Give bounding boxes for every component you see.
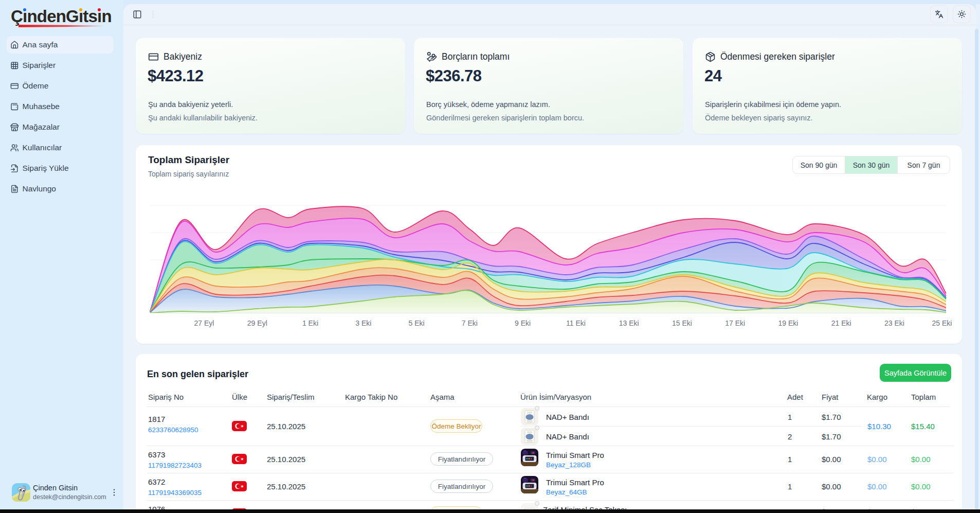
- svg-text:1 Eki: 1 Eki: [302, 319, 318, 327]
- svg-text:17 Eki: 17 Eki: [725, 319, 745, 327]
- svg-text:23 Eki: 23 Eki: [884, 319, 904, 327]
- svg-text:19 Eki: 19 Eki: [778, 319, 798, 327]
- svg-text:15 Eki: 15 Eki: [672, 319, 692, 327]
- svg-text:25 Eki: 25 Eki: [932, 319, 952, 327]
- svg-text:29 Eyl: 29 Eyl: [247, 319, 267, 327]
- svg-text:9 Eki: 9 Eki: [515, 319, 531, 327]
- svg-text:7 Eki: 7 Eki: [462, 319, 478, 327]
- svg-text:13 Eki: 13 Eki: [619, 319, 639, 327]
- svg-text:21 Eki: 21 Eki: [831, 319, 851, 327]
- svg-text:11 Eki: 11 Eki: [566, 319, 586, 327]
- svg-text:3 Eki: 3 Eki: [355, 319, 371, 327]
- svg-text:27 Eyl: 27 Eyl: [194, 319, 214, 327]
- svg-text:5 Eki: 5 Eki: [409, 319, 425, 327]
